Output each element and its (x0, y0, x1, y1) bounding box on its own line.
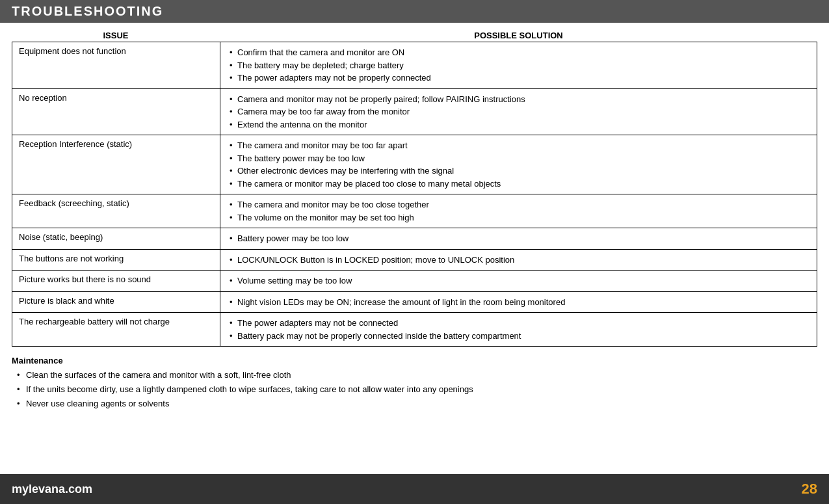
issue-cell: Equipment does not function (12, 42, 220, 89)
table-row: Noise (static, beeping)Battery power may… (12, 228, 817, 250)
maintenance-item: Clean the surfaces of the camera and mon… (12, 368, 817, 382)
page-footer: mylevana.com 28 (0, 474, 829, 504)
issue-cell: No reception (12, 88, 220, 135)
solution-item: The camera and monitor may be too far ap… (227, 139, 810, 152)
col-header-solution: POSSIBLE SOLUTION (220, 31, 817, 40)
page-title: TROUBLESHOOTING (12, 4, 817, 19)
issue-cell: Picture is black and white (12, 291, 220, 313)
issue-cell: The rechargeable battery will not charge (12, 313, 220, 347)
table-row: Reception Interference (static)The camer… (12, 135, 817, 194)
solution-item: The battery power may be too low (227, 152, 810, 165)
solution-item: The camera and monitor may be too close … (227, 198, 810, 211)
issue-cell: Reception Interference (static) (12, 135, 220, 194)
solution-cell: The camera and monitor may be too close … (220, 194, 817, 228)
issue-cell: Picture works but there is no sound (12, 271, 220, 292)
main-content: ISSUE POSSIBLE SOLUTION Equipment does n… (0, 23, 829, 474)
solution-item: Extend the antenna on the monitor (227, 118, 810, 131)
solution-cell: Battery power may be too low (220, 228, 817, 250)
maintenance-section: Maintenance Clean the surfaces of the ca… (12, 356, 817, 411)
table-row: The rechargeable battery will not charge… (12, 313, 817, 347)
table-row: Feedback (screeching, static)The camera … (12, 194, 817, 228)
solution-item: The volume on the monitor may be set too… (227, 211, 810, 224)
table-row: Picture is black and whiteNight vision L… (12, 291, 817, 313)
footer-website: mylevana.com (12, 483, 92, 496)
solution-item: The battery may be depleted; charge batt… (227, 59, 810, 72)
solution-item: Battery power may be too low (227, 232, 810, 245)
solution-cell: LOCK/UNLOCK Button is in LOCKED position… (220, 249, 817, 271)
table-row: No receptionCamera and monitor may not b… (12, 88, 817, 135)
solution-item: Camera and monitor may not be properly p… (227, 93, 810, 106)
solution-item: Battery pack may not be properly connect… (227, 330, 810, 343)
table-col-headers: ISSUE POSSIBLE SOLUTION (12, 31, 817, 40)
solution-item: Camera may be too far away from the moni… (227, 105, 810, 118)
solution-cell: Volume setting may be too low (220, 271, 817, 292)
solution-item: The power adapters may not be properly c… (227, 72, 810, 85)
solution-item: The camera or monitor may be placed too … (227, 178, 810, 191)
troubleshooting-table: Equipment does not functionConfirm that … (12, 42, 817, 347)
col-header-issue: ISSUE (12, 31, 220, 40)
solution-item: Night vision LEDs may be ON; increase th… (227, 296, 810, 309)
maintenance-item: Never use cleaning agents or solvents (12, 397, 817, 411)
solution-cell: Night vision LEDs may be ON; increase th… (220, 291, 817, 313)
solution-item: Confirm that the camera and monitor are … (227, 46, 810, 59)
solution-item: The power adapters may not be connected (227, 317, 810, 330)
footer-page-number: 28 (802, 481, 817, 497)
solution-cell: The camera and monitor may be too far ap… (220, 135, 817, 194)
issue-cell: Noise (static, beeping) (12, 228, 220, 250)
solution-cell: The power adapters may not be connectedB… (220, 313, 817, 347)
solution-cell: Confirm that the camera and monitor are … (220, 42, 817, 89)
maintenance-item: If the units become dirty, use a lightly… (12, 382, 817, 397)
table-row: Equipment does not functionConfirm that … (12, 42, 817, 89)
solution-item: Volume setting may be too low (227, 274, 810, 287)
issue-cell: Feedback (screeching, static) (12, 194, 220, 228)
table-row: Picture works but there is no soundVolum… (12, 271, 817, 292)
solution-item: LOCK/UNLOCK Button is in LOCKED position… (227, 254, 810, 267)
solution-cell: Camera and monitor may not be properly p… (220, 88, 817, 135)
solution-item: Other electronic devices may be interfer… (227, 165, 810, 178)
page-header: TROUBLESHOOTING (0, 0, 829, 23)
issue-cell: The buttons are not working (12, 249, 220, 271)
maintenance-title: Maintenance (12, 356, 817, 365)
maintenance-list: Clean the surfaces of the camera and mon… (12, 368, 817, 411)
table-row: The buttons are not workingLOCK/UNLOCK B… (12, 249, 817, 271)
